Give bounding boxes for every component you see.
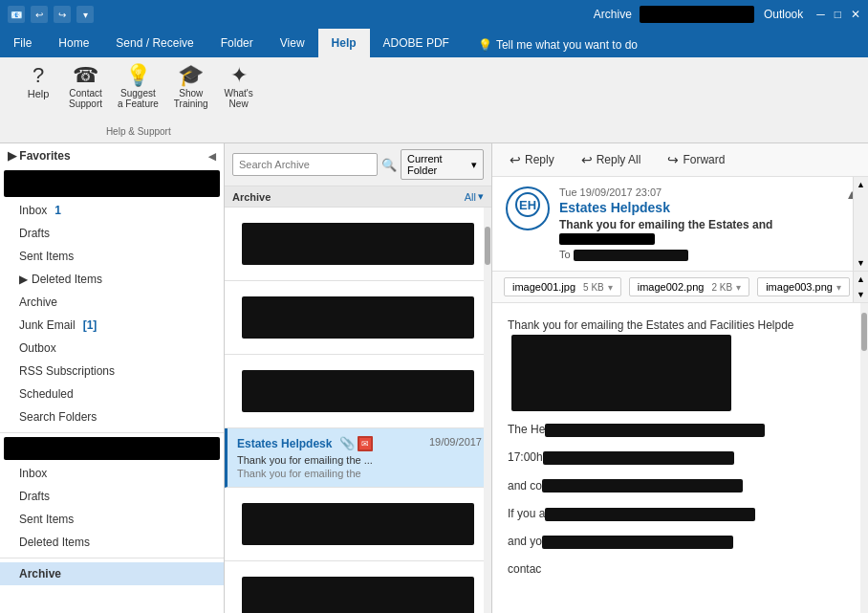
email-item-5[interactable]	[225, 561, 491, 613]
sidebar-item-scheduled1[interactable]: Scheduled	[0, 383, 224, 405]
email-redacted-4	[242, 503, 474, 545]
to-redacted	[574, 250, 688, 261]
user-account-box	[640, 6, 754, 23]
att-scrollbar[interactable]: ▲ ▼	[853, 272, 868, 302]
contact-support-button[interactable]: ☎ ContactSupport	[65, 63, 106, 111]
inbox1-badge: 1	[54, 204, 61, 217]
sidebar-item-sent2[interactable]: Sent Items	[0, 508, 224, 531]
attachment-1[interactable]: image001.jpg 5 KB ▾	[504, 277, 621, 296]
header-scrollbar[interactable]: ▲ ▼	[853, 177, 868, 271]
group-label: Help & Support	[106, 126, 171, 137]
email-redacted-5	[242, 577, 474, 613]
estates-logo-svg: EH	[512, 191, 543, 226]
body-para-2: The He	[508, 421, 853, 439]
all-button[interactable]: All ▾	[465, 190, 484, 203]
sidebar-item-rss1[interactable]: RSS Subscriptions	[0, 360, 224, 383]
archive-header-label: Archive	[232, 191, 271, 203]
sidebar-item-sent1[interactable]: Sent Items	[0, 245, 224, 268]
training-icon: 🎓	[178, 65, 204, 86]
divider2	[0, 558, 224, 558]
sidebar-item-inbox2[interactable]: Inbox	[0, 462, 224, 485]
current-folder-label: Current Folder	[407, 153, 468, 176]
tab-folder[interactable]: Folder	[207, 29, 267, 57]
reply-all-button[interactable]: ↩ Reply All	[575, 149, 647, 170]
sidebar-item-archive1[interactable]: Archive	[0, 291, 224, 314]
email-from: Estates Helpdesk	[559, 200, 855, 215]
sidebar-item-outbox1[interactable]: Outbox	[0, 337, 224, 360]
maximize-btn[interactable]: □	[835, 8, 841, 21]
email-header: EH Tue 19/09/2017 23:07 Estates Helpdesk…	[492, 177, 868, 272]
help-icon: ?	[33, 65, 44, 86]
attachment-2-chevron: ▾	[736, 282, 741, 293]
body-para-5: If you a	[508, 505, 853, 523]
show-training-button[interactable]: 🎓 ShowTraining	[170, 63, 212, 111]
attachment-2[interactable]: image002.png 2 KB ▾	[629, 277, 749, 296]
sidebar-item-archive-active[interactable]: Archive	[0, 562, 224, 585]
lightbulb-icon: 💡	[478, 38, 492, 52]
favorites-header[interactable]: ▶ Favorites ◀	[0, 143, 224, 168]
current-folder-button[interactable]: Current Folder ▾	[401, 149, 484, 180]
email-redacted-2	[242, 296, 474, 339]
estates-sender: Estates Helpdesk	[237, 437, 332, 450]
body-para-3: 17:00h	[508, 449, 853, 467]
scroll-up-arrow[interactable]: ▲	[854, 177, 868, 192]
whats-new-button[interactable]: ✦ What'sNew	[220, 63, 258, 111]
email-item-estates[interactable]: Estates Helpdesk 📎 ✉ 19/09/2017 Thank yo…	[225, 428, 491, 488]
quick-access-more[interactable]: ▾	[76, 6, 94, 23]
search-input[interactable]	[232, 153, 378, 176]
searchfolders1-label: Search Folders	[19, 410, 97, 424]
email-list-scrollbar[interactable]	[484, 208, 491, 613]
collapse-icon[interactable]: ◀	[208, 151, 216, 162]
sidebar-item-deleted1[interactable]: ▶ Deleted Items	[0, 268, 224, 291]
tell-me-label: Tell me what you want to do	[496, 38, 638, 52]
sidebar-item-deleted2[interactable]: Deleted Items	[0, 531, 224, 554]
minimize-btn[interactable]: ─	[816, 8, 825, 21]
sidebar-item-inbox1[interactable]: Inbox 1	[0, 199, 224, 222]
body-para-4: and co	[508, 477, 853, 495]
attachment-3[interactable]: image003.png ▾	[757, 277, 850, 296]
undo-button[interactable]: ↩	[31, 6, 48, 23]
current-folder-chevron: ▾	[471, 159, 477, 171]
ribbon-buttons: ? Help ☎ ContactSupport 💡 Suggesta Featu…	[19, 63, 258, 111]
sidebar-item-drafts2[interactable]: Drafts	[0, 485, 224, 508]
account1-box	[4, 170, 220, 197]
tab-home[interactable]: Home	[45, 29, 102, 57]
outlook-label: Outlook	[764, 8, 803, 21]
email-item-3[interactable]	[225, 355, 491, 428]
body-para-6: and yo	[508, 533, 853, 551]
redo-button[interactable]: ↪	[54, 6, 71, 23]
tab-file[interactable]: File	[0, 29, 45, 57]
search-bar: 🔍 Current Folder ▾	[225, 143, 491, 186]
attachment-3-name: image003.png	[766, 281, 833, 293]
reply-button[interactable]: ↩ Reply	[504, 149, 560, 170]
tab-help[interactable]: Help	[318, 29, 370, 57]
body-redacted-6	[542, 536, 733, 549]
help-button[interactable]: ? Help	[19, 63, 57, 101]
email-item-2[interactable]	[225, 281, 491, 355]
search-icon[interactable]: 🔍	[381, 158, 397, 172]
phone-icon: ☎	[73, 65, 98, 86]
deleted2-label: Deleted Items	[19, 536, 90, 549]
sidebar-item-junk1[interactable]: Junk Email [1]	[0, 314, 224, 337]
body-scrollbar[interactable]	[860, 303, 868, 613]
suggest-feature-button[interactable]: 💡 Suggesta Feature	[114, 63, 163, 111]
email-item-4[interactable]	[225, 488, 491, 561]
email-item-1[interactable]	[225, 208, 491, 281]
suggest-icon: 💡	[125, 65, 151, 86]
email-meta: Tue 19/09/2017 23:07 Estates Helpdesk Th…	[559, 186, 855, 261]
tab-adobe-pdf[interactable]: ADOBE PDF	[370, 29, 463, 57]
account2-box	[4, 437, 220, 460]
forward-button[interactable]: ↪ Forward	[662, 149, 730, 170]
scroll-down-arrow[interactable]: ▼	[854, 255, 868, 271]
sidebar-item-drafts1[interactable]: Drafts	[0, 222, 224, 245]
close-btn[interactable]: ✕	[851, 8, 860, 21]
tab-send-receive[interactable]: Send / Receive	[102, 29, 206, 57]
att-scroll-up[interactable]: ▲	[854, 272, 868, 287]
junk1-badge: [1]	[83, 318, 98, 332]
contact-support-label: ContactSupport	[69, 88, 102, 109]
tab-view[interactable]: View	[267, 29, 318, 57]
att-scroll-down[interactable]: ▼	[854, 287, 868, 302]
sidebar-item-searchfolders1[interactable]: Search Folders	[0, 405, 224, 428]
estates-preview: Thank you for emailing the	[237, 468, 482, 479]
tell-me-box[interactable]: 💡 Tell me what you want to do	[470, 33, 645, 57]
